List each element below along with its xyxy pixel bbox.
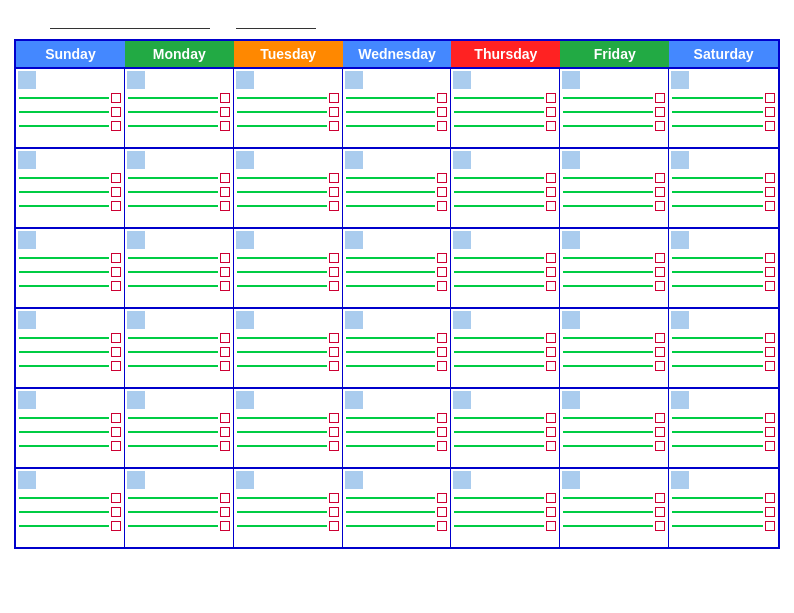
payment-checkbox[interactable] [546,93,556,103]
payment-checkbox[interactable] [655,507,665,517]
payment-checkbox[interactable] [329,441,339,451]
payment-checkbox[interactable] [329,121,339,131]
payment-checkbox[interactable] [437,201,447,211]
payment-checkbox[interactable] [437,281,447,291]
payment-checkbox[interactable] [765,267,775,277]
payment-checkbox[interactable] [329,201,339,211]
payment-checkbox[interactable] [765,507,775,517]
payment-checkbox[interactable] [220,267,230,277]
payment-checkbox[interactable] [546,201,556,211]
payment-checkbox[interactable] [437,347,447,357]
payment-checkbox[interactable] [765,413,775,423]
payment-checkbox[interactable] [111,173,121,183]
payment-checkbox[interactable] [111,253,121,263]
payment-checkbox[interactable] [655,93,665,103]
payment-checkbox[interactable] [329,107,339,117]
payment-checkbox[interactable] [111,107,121,117]
payment-checkbox[interactable] [111,441,121,451]
payment-checkbox[interactable] [111,281,121,291]
payment-checkbox[interactable] [655,427,665,437]
payment-checkbox[interactable] [546,413,556,423]
payment-checkbox[interactable] [765,253,775,263]
payment-checkbox[interactable] [765,427,775,437]
payment-checkbox[interactable] [111,521,121,531]
payment-checkbox[interactable] [329,281,339,291]
payment-checkbox[interactable] [329,507,339,517]
payment-checkbox[interactable] [546,347,556,357]
payment-checkbox[interactable] [765,121,775,131]
payment-checkbox[interactable] [437,253,447,263]
payment-checkbox[interactable] [765,173,775,183]
payment-checkbox[interactable] [655,267,665,277]
payment-checkbox[interactable] [437,493,447,503]
payment-checkbox[interactable] [111,333,121,343]
payment-checkbox[interactable] [655,201,665,211]
payment-checkbox[interactable] [220,507,230,517]
payment-checkbox[interactable] [765,201,775,211]
payment-checkbox[interactable] [329,93,339,103]
payment-checkbox[interactable] [437,441,447,451]
payment-checkbox[interactable] [655,173,665,183]
payment-checkbox[interactable] [329,361,339,371]
payment-checkbox[interactable] [111,267,121,277]
payment-checkbox[interactable] [437,521,447,531]
payment-checkbox[interactable] [111,201,121,211]
payment-checkbox[interactable] [546,121,556,131]
payment-checkbox[interactable] [220,521,230,531]
payment-checkbox[interactable] [765,281,775,291]
payment-checkbox[interactable] [655,361,665,371]
payment-checkbox[interactable] [655,521,665,531]
payment-checkbox[interactable] [655,333,665,343]
payment-checkbox[interactable] [437,187,447,197]
payment-checkbox[interactable] [220,441,230,451]
payment-checkbox[interactable] [655,253,665,263]
payment-checkbox[interactable] [655,347,665,357]
payment-checkbox[interactable] [437,121,447,131]
payment-checkbox[interactable] [220,201,230,211]
payment-checkbox[interactable] [437,507,447,517]
payment-checkbox[interactable] [111,361,121,371]
payment-checkbox[interactable] [329,347,339,357]
payment-checkbox[interactable] [546,173,556,183]
payment-checkbox[interactable] [655,121,665,131]
payment-checkbox[interactable] [437,427,447,437]
payment-checkbox[interactable] [437,333,447,343]
payment-checkbox[interactable] [329,427,339,437]
payment-checkbox[interactable] [655,187,665,197]
payment-checkbox[interactable] [329,187,339,197]
payment-checkbox[interactable] [220,333,230,343]
payment-checkbox[interactable] [546,267,556,277]
payment-checkbox[interactable] [329,173,339,183]
payment-checkbox[interactable] [546,187,556,197]
payment-checkbox[interactable] [111,93,121,103]
payment-checkbox[interactable] [437,173,447,183]
payment-checkbox[interactable] [220,347,230,357]
payment-checkbox[interactable] [765,347,775,357]
payment-checkbox[interactable] [220,121,230,131]
payment-checkbox[interactable] [111,347,121,357]
payment-checkbox[interactable] [765,187,775,197]
payment-checkbox[interactable] [437,107,447,117]
payment-checkbox[interactable] [437,413,447,423]
payment-checkbox[interactable] [329,493,339,503]
payment-checkbox[interactable] [546,521,556,531]
payment-checkbox[interactable] [220,281,230,291]
payment-checkbox[interactable] [220,361,230,371]
payment-checkbox[interactable] [329,333,339,343]
payment-checkbox[interactable] [220,93,230,103]
payment-checkbox[interactable] [220,413,230,423]
payment-checkbox[interactable] [765,333,775,343]
payment-checkbox[interactable] [329,521,339,531]
payment-checkbox[interactable] [220,107,230,117]
payment-checkbox[interactable] [655,107,665,117]
payment-checkbox[interactable] [765,107,775,117]
payment-checkbox[interactable] [546,281,556,291]
payment-checkbox[interactable] [546,441,556,451]
payment-checkbox[interactable] [546,427,556,437]
payment-checkbox[interactable] [546,493,556,503]
payment-checkbox[interactable] [329,253,339,263]
payment-checkbox[interactable] [546,333,556,343]
payment-checkbox[interactable] [655,281,665,291]
payment-checkbox[interactable] [546,507,556,517]
payment-checkbox[interactable] [765,361,775,371]
